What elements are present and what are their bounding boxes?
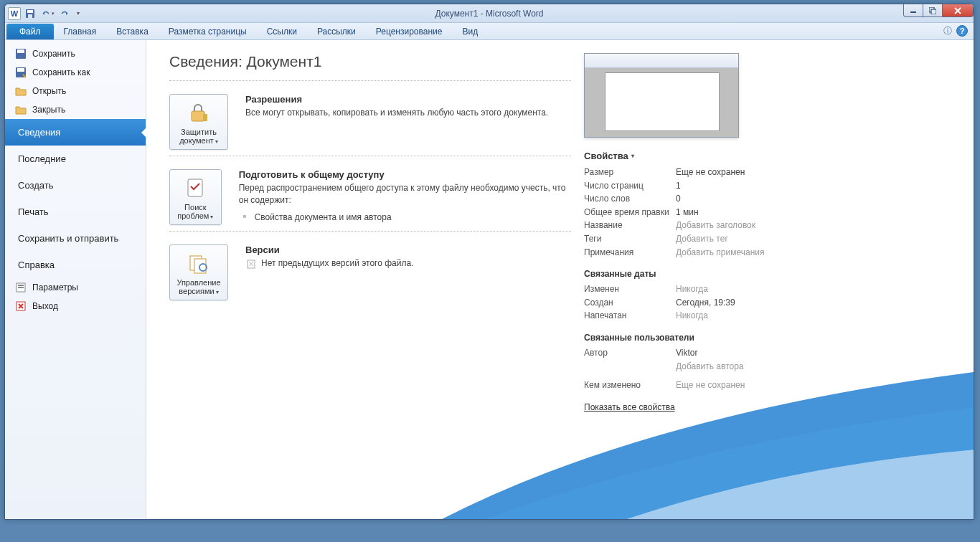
check-icon	[173, 176, 218, 200]
qat-customize-button[interactable]: ▾	[74, 6, 83, 21]
svg-rect-14	[192, 111, 204, 121]
tab-mailings[interactable]: Рассылки	[307, 24, 366, 39]
title-bar: W ▾ ▾ Документ1 - Microsoft Word	[5, 4, 974, 23]
tab-page-layout[interactable]: Разметка страницы	[159, 24, 257, 39]
sidebar-recent-label: Последние	[18, 153, 66, 164]
svg-rect-3	[910, 11, 916, 13]
sidebar-close[interactable]: Закрыть	[5, 100, 146, 119]
sidebar-options-label: Параметры	[32, 282, 78, 293]
author-row: АвторViktor	[584, 346, 788, 360]
backstage-main: Сведения: Документ1 Защитить документ▾ Р…	[146, 40, 974, 519]
svg-rect-15	[203, 114, 207, 121]
manage-versions-button[interactable]: Управление версиями▾	[169, 244, 228, 300]
save-as-icon	[15, 67, 27, 78]
sidebar-exit[interactable]: Выход	[5, 297, 146, 315]
backstage-content: Сохранить Сохранить как Открыть Закрыть …	[5, 40, 974, 519]
protect-document-button[interactable]: Защитить документ▾	[169, 94, 228, 150]
property-row: РазмерЕще не сохранен	[584, 166, 788, 179]
properties-dropdown[interactable]: Свойства▾	[584, 151, 788, 161]
tab-home[interactable]: Главная	[54, 24, 107, 39]
sidebar-info-label: Сведения	[18, 127, 60, 138]
protect-button-label: Защитить документ	[179, 128, 217, 145]
sidebar-open[interactable]: Открыть	[5, 82, 146, 100]
sidebar-options[interactable]: Параметры	[5, 278, 146, 297]
sidebar-close-label: Закрыть	[32, 105, 65, 115]
sidebar-exit-label: Выход	[32, 301, 58, 311]
property-row[interactable]: НазваниеДобавить заголовок	[584, 219, 788, 232]
maximize-button[interactable]	[923, 4, 943, 17]
date-row: СозданСегодня, 19:39	[584, 296, 788, 310]
document-preview[interactable]	[584, 53, 739, 138]
sidebar-open-label: Открыть	[32, 86, 66, 96]
word-app-icon[interactable]: W	[8, 7, 21, 20]
property-row: Общее время правки1 мин	[584, 206, 788, 219]
permissions-text: Все могут открывать, копировать и изменя…	[245, 107, 548, 119]
sidebar-new[interactable]: Создать	[5, 172, 146, 199]
separator	[169, 156, 571, 156]
save-qat-button[interactable]	[22, 6, 38, 21]
sidebar-help[interactable]: Справка	[5, 252, 146, 278]
tab-references[interactable]: Ссылки	[257, 24, 307, 39]
close-button[interactable]	[942, 4, 974, 17]
sidebar-recent[interactable]: Последние	[5, 146, 146, 172]
share-item: Свойства документа и имя автора	[239, 211, 571, 224]
sidebar-help-label: Справка	[18, 260, 55, 270]
svg-rect-12	[18, 287, 24, 288]
sidebar-save-as[interactable]: Сохранить как	[5, 63, 146, 82]
sidebar-save[interactable]: Сохранить	[5, 44, 146, 63]
ribbon-tabs: Файл Главная Вставка Разметка страницы С…	[5, 23, 974, 40]
minimize-ribbon-icon[interactable]: ⓘ	[943, 25, 952, 37]
sidebar-save-as-label: Сохранить как	[32, 67, 90, 77]
folder-close-icon	[15, 104, 27, 115]
svg-rect-5	[931, 9, 936, 14]
versions-icon	[173, 251, 225, 275]
related-dates-title: Связанные даты	[584, 269, 788, 279]
separator	[169, 80, 571, 81]
backstage-sidebar: Сохранить Сохранить как Открыть Закрыть …	[5, 40, 146, 519]
tab-insert[interactable]: Вставка	[106, 24, 159, 39]
add-author-row[interactable]: Добавить автора	[584, 360, 788, 374]
undo-button[interactable]: ▾	[39, 6, 55, 21]
svg-rect-2	[28, 14, 32, 18]
sidebar-new-label: Создать	[18, 180, 53, 191]
property-row[interactable]: ТегиДобавить тег	[584, 232, 788, 246]
separator	[169, 231, 571, 232]
sidebar-print-label: Печать	[18, 206, 49, 217]
help-icon[interactable]: ?	[956, 25, 968, 37]
sidebar-save-send[interactable]: Сохранить и отправить	[5, 225, 146, 252]
share-title: Подготовить к общему доступу	[239, 169, 571, 180]
sidebar-save-label: Сохранить	[32, 49, 75, 59]
show-all-properties-link[interactable]: Показать все свойства	[584, 402, 675, 412]
no-versions-icon	[245, 258, 257, 270]
property-row[interactable]: ПримечанияДобавить примечания	[584, 246, 788, 260]
permissions-title: Разрешения	[245, 94, 548, 105]
svg-rect-11	[18, 285, 24, 286]
tab-review[interactable]: Рецензирование	[366, 24, 453, 39]
redo-button[interactable]	[57, 6, 72, 21]
changed-by-row: Кем измененоЕще не сохранен	[584, 379, 788, 392]
save-icon	[15, 48, 27, 60]
versions-button-label: Управление версиями	[176, 278, 220, 295]
sidebar-save-send-label: Сохранить и отправить	[18, 233, 118, 244]
svg-rect-7	[17, 49, 24, 53]
folder-open-icon	[15, 85, 27, 97]
check-issues-button[interactable]: Поиск проблем▾	[169, 169, 222, 225]
author-name[interactable]: Viktor	[676, 346, 697, 360]
svg-rect-9	[17, 68, 24, 72]
permissions-section: Защитить документ▾ Разрешения Все могут …	[169, 94, 571, 150]
lock-icon	[173, 100, 225, 125]
quick-access-toolbar: W ▾ ▾	[5, 6, 83, 21]
exit-icon	[15, 300, 27, 312]
versions-title: Версии	[245, 244, 414, 255]
sidebar-print[interactable]: Печать	[5, 199, 146, 225]
sidebar-info[interactable]: Сведения	[5, 119, 146, 146]
window-controls	[904, 4, 974, 17]
related-users-title: Связанные пользователи	[584, 333, 788, 343]
date-row: ИзмененНикогда	[584, 282, 788, 296]
window-title: Документ1 - Microsoft Word	[435, 9, 543, 19]
property-row: Число страниц1	[584, 179, 788, 193]
share-section: Поиск проблем▾ Подготовить к общему дост…	[169, 169, 571, 225]
tab-view[interactable]: Вид	[452, 24, 488, 39]
minimize-button[interactable]	[903, 4, 923, 17]
tab-file[interactable]: Файл	[6, 24, 54, 39]
